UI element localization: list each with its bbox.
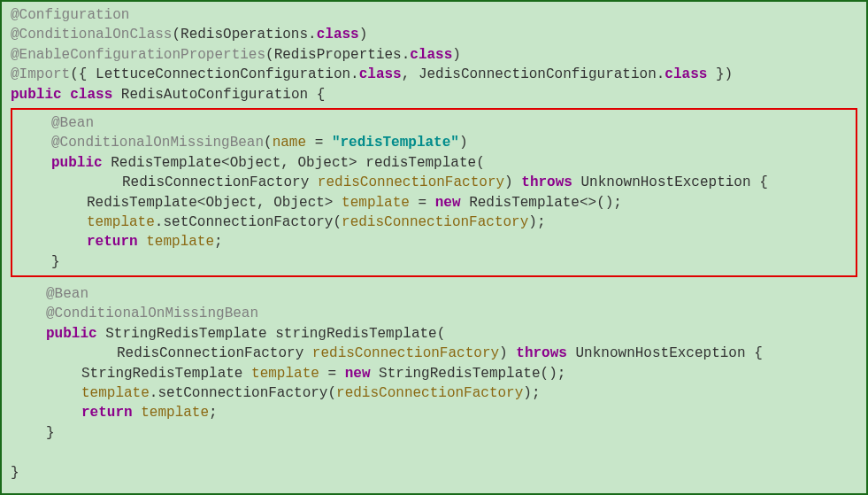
- line-blank: [11, 443, 857, 462]
- line-annotation-import: @Import({ LettuceConnectionConfiguration…: [11, 65, 857, 84]
- line-conditional-missing-1: @ConditionalOnMissingBean(name = "redisT…: [16, 133, 852, 152]
- line-close-method-2: }: [11, 423, 857, 443]
- line-method-param-1: RedisConnectionFactory redisConnectionFa…: [16, 173, 852, 192]
- line-new-template-2: StringRedisTemplate template = new Strin…: [11, 364, 857, 383]
- line-new-template-1: RedisTemplate<Object, Object> template =…: [16, 193, 852, 213]
- highlighted-method-block: @Bean @ConditionalOnMissingBean(name = "…: [11, 108, 857, 277]
- line-set-conn-2: template.setConnectionFactory(redisConne…: [11, 383, 857, 403]
- line-return-1: return template;: [16, 232, 852, 251]
- line-return-2: return template;: [11, 403, 857, 422]
- line-method-sig-2: public StringRedisTemplate stringRedisTe…: [11, 324, 857, 344]
- line-method-sig-1: public RedisTemplate<Object, Object> red…: [16, 153, 852, 173]
- line-bean-1: @Bean: [16, 113, 852, 133]
- line-annotation-conditional-class: @ConditionalOnClass(RedisOperations.clas…: [11, 25, 857, 44]
- line-annotation-enable-config: @EnableConfigurationProperties(RedisProp…: [11, 45, 857, 65]
- line-close-class: }: [11, 463, 857, 483]
- line-class-decl: public class RedisAutoConfiguration {: [11, 85, 857, 104]
- line-conditional-missing-2: @ConditionalOnMissingBean: [11, 304, 857, 323]
- line-close-method-1: }: [16, 252, 852, 272]
- line-bean-2: @Bean: [11, 284, 857, 304]
- line-set-conn-1: template.setConnectionFactory(redisConne…: [16, 213, 852, 232]
- line-method-param-2: RedisConnectionFactory redisConnectionFa…: [11, 344, 857, 363]
- line-annotation-configuration: @Configuration: [11, 5, 857, 25]
